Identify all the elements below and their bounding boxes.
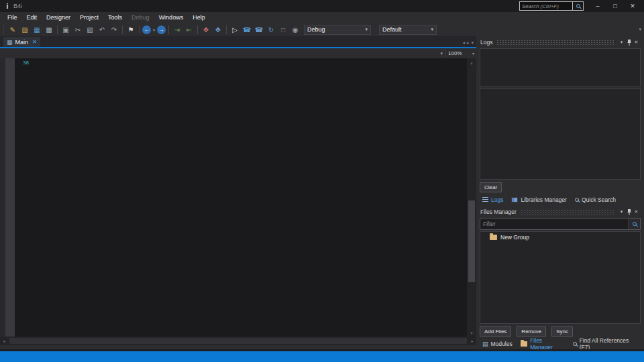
- build-mode-dropdown[interactable]: Debug ▾: [304, 25, 371, 35]
- files-tree[interactable]: New Group: [480, 231, 641, 324]
- tab-close-icon[interactable]: ✕: [32, 39, 37, 45]
- menu-project[interactable]: Project: [75, 12, 103, 23]
- filter-search-button[interactable]: [628, 219, 640, 229]
- title-bar: i B4i – □ ✕: [0, 0, 644, 12]
- undo-icon[interactable]: ↶: [97, 24, 107, 35]
- files-manager-actions: Add Files Remove Sync: [479, 324, 641, 339]
- bridge-icon[interactable]: ☎: [241, 24, 252, 35]
- menu-windows[interactable]: Windows: [154, 12, 189, 23]
- tab-main[interactable]: ▦ Main ✕: [3, 37, 40, 47]
- main-toolbar: ✎ ▨ ▦ ▩ ▣ ✂ ▧ ↶ ↷ ⚑ ← ▾ → ⇥ ⇤ ✥ ✥ ▷ ☎ ☎ …: [0, 23, 644, 36]
- nav-history-icon[interactable]: ▾: [152, 27, 156, 32]
- editor-horizontal-scrollbar[interactable]: ◂ ▸: [0, 337, 476, 345]
- scroll-down-icon[interactable]: ▾: [467, 328, 476, 337]
- panel-header-texture: [521, 210, 614, 215]
- redo-icon[interactable]: ↷: [109, 24, 119, 35]
- module-navigator-dropdown[interactable]: ▾: [0, 51, 445, 56]
- save-all-icon[interactable]: ▩: [44, 24, 54, 35]
- tab-modules-label: Modules: [491, 341, 513, 347]
- uncomment-icon[interactable]: ⇤: [184, 24, 195, 35]
- rebuild-icon[interactable]: ↻: [266, 24, 276, 35]
- modules-icon: ▤: [482, 341, 488, 347]
- search-icon: [633, 222, 637, 226]
- logs-globe-icon[interactable]: ◉: [290, 24, 301, 35]
- add-files-button[interactable]: Add Files: [480, 326, 511, 337]
- app-logo-icon: i: [3, 3, 12, 10]
- minimize-button[interactable]: –: [589, 1, 606, 11]
- log-output-main[interactable]: [480, 88, 641, 180]
- scroll-tabs-left-icon[interactable]: ◂: [462, 40, 465, 46]
- comment-icon[interactable]: ⇥: [172, 24, 182, 35]
- filter-input[interactable]: [480, 221, 628, 227]
- toolbar-grip: [3, 25, 5, 34]
- panel-close-icon[interactable]: ✕: [633, 209, 640, 215]
- search-input[interactable]: [520, 2, 572, 10]
- tab-libraries-manager[interactable]: Libraries Manager: [508, 195, 570, 204]
- panel-menu-icon[interactable]: ▾: [618, 209, 625, 215]
- deploy-icon[interactable]: ☎: [254, 24, 264, 35]
- run-icon[interactable]: ▷: [229, 24, 240, 35]
- cut-icon[interactable]: ✂: [72, 24, 83, 35]
- pin-icon[interactable]: [625, 209, 633, 215]
- editor-toolbar: ▾ 100% ▾: [0, 48, 476, 58]
- bookmark-icon[interactable]: ⚑: [125, 24, 136, 35]
- libraries-icon: [511, 197, 518, 202]
- menu-help[interactable]: Help: [188, 12, 210, 23]
- build-config-dropdown[interactable]: Default ▾: [379, 25, 437, 35]
- save-icon[interactable]: ▦: [32, 24, 42, 35]
- navigate-back-icon[interactable]: ←: [142, 25, 151, 34]
- close-button[interactable]: ✕: [624, 1, 641, 11]
- menu-designer[interactable]: Designer: [42, 12, 75, 23]
- tab-list-icon[interactable]: ▾: [471, 40, 474, 46]
- tab-logs-label: Logs: [491, 196, 503, 203]
- tab-logs[interactable]: Logs: [479, 195, 506, 204]
- copy-icon[interactable]: ▣: [60, 24, 71, 35]
- tab-find-all-references[interactable]: Find All References (F7): [570, 339, 641, 349]
- paste-icon[interactable]: ▧: [85, 24, 95, 35]
- toolbar-separator: [197, 25, 198, 34]
- editor-vertical-scrollbar[interactable]: ▴ ▾: [467, 58, 476, 337]
- pin-icon[interactable]: [625, 40, 633, 46]
- log-output-top[interactable]: [480, 48, 641, 87]
- editor-zoom-dropdown[interactable]: 100% ▾: [445, 49, 476, 58]
- menu-file[interactable]: File: [3, 12, 22, 23]
- panel-header-texture: [496, 40, 614, 45]
- panel-menu-icon[interactable]: ▾: [618, 40, 625, 45]
- scroll-left-icon[interactable]: ◂: [0, 339, 8, 343]
- scroll-up-icon[interactable]: ▴: [467, 58, 476, 66]
- navigate-forward-icon[interactable]: →: [157, 25, 166, 34]
- tabstrip-controls: ◂ ▸ ▾: [462, 40, 476, 47]
- status-bar: [0, 351, 644, 362]
- find-references-icon: [573, 342, 577, 346]
- scroll-tabs-right-icon[interactable]: ▸: [467, 40, 470, 46]
- stop-icon: □: [278, 24, 288, 35]
- build-config-value: Default: [382, 26, 427, 33]
- search-button[interactable]: [572, 2, 583, 10]
- tab-quick-search[interactable]: Quick Search: [572, 195, 619, 204]
- new-icon[interactable]: ✎: [7, 24, 18, 35]
- menu-edit[interactable]: Edit: [22, 12, 42, 23]
- sync-button[interactable]: Sync: [551, 326, 573, 337]
- panel-close-icon[interactable]: ✕: [633, 40, 640, 45]
- tree-item-new-group[interactable]: New Group: [480, 233, 640, 241]
- vertical-scroll-thumb[interactable]: [468, 200, 475, 282]
- remove-button[interactable]: Remove: [517, 326, 546, 337]
- editor-margin: [0, 58, 5, 337]
- breakpoint-gutter[interactable]: [5, 58, 15, 337]
- tab-modules[interactable]: ▤ Modules: [479, 339, 516, 349]
- menu-tools[interactable]: Tools: [103, 12, 127, 23]
- tab-files-manager[interactable]: Files Manager: [517, 339, 568, 349]
- find-references-icon[interactable]: ✥: [213, 24, 223, 35]
- maximize-button[interactable]: □: [606, 1, 624, 11]
- code-surface[interactable]: 38: [15, 58, 467, 337]
- toolbar-separator: [57, 25, 58, 34]
- build-mode-value: Debug: [307, 26, 361, 33]
- chevron-down-icon: ▾: [431, 27, 433, 32]
- scroll-right-icon[interactable]: ▸: [468, 339, 476, 343]
- open-icon[interactable]: ▨: [19, 24, 30, 35]
- toolbar-overflow-icon[interactable]: ▾: [639, 27, 643, 32]
- reformat-icon[interactable]: ✥: [201, 24, 211, 35]
- clear-logs-button[interactable]: Clear: [480, 182, 502, 192]
- global-search: [519, 1, 584, 11]
- horizontal-scroll-thumb[interactable]: [9, 338, 467, 344]
